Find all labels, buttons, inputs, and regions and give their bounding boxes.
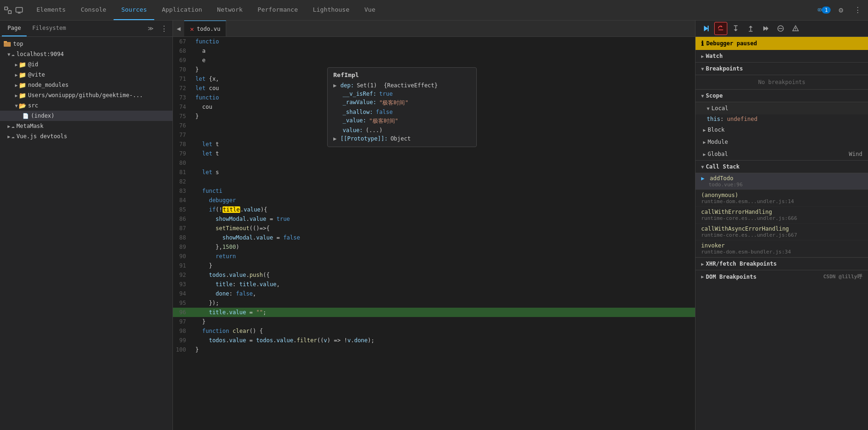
global-scope-header[interactable]: ▶ Global Wind — [696, 148, 868, 160]
local-scope-header[interactable]: ▼ Local — [696, 102, 868, 114]
tree-item-vite[interactable]: ▶ 📁 @vite — [0, 70, 172, 80]
tab-vue[interactable]: Vue — [357, 0, 382, 20]
scope-chevron-icon: ▼ — [701, 93, 704, 99]
more-icon[interactable]: ⋮ — [851, 4, 864, 17]
tree-label-vite: @vite — [28, 71, 45, 78]
dom-section-header[interactable]: ▶ DOM Breakpoints CSDN @lilly呼 — [696, 270, 868, 283]
call-file-anon: runtime-dom.esm...undler.js:14 — [701, 198, 862, 204]
tab-error-icon: ✕ — [190, 25, 194, 33]
top-tabs: Elements Console Sources Application Net… — [29, 0, 383, 20]
tab-application[interactable]: Application — [154, 0, 209, 20]
tooltip-row-dep[interactable]: ▶ dep: Set(1) {ReactiveEffect} — [333, 81, 471, 90]
tree-label-users: Users/woniuppp/github/geektime-... — [28, 92, 143, 99]
tab-console[interactable]: Console — [73, 0, 114, 20]
tooltip-val-isref: true — [379, 91, 393, 97]
callstack-section-header[interactable]: ▼ Call Stack — [696, 161, 868, 173]
tree-label-node-modules: node_modules — [28, 82, 69, 88]
tree-item-node-modules[interactable]: ▶ 📁 node_modules — [0, 80, 172, 90]
step-over-btn[interactable] — [714, 22, 727, 35]
tooltip-key-shallow: _shallow: — [343, 109, 373, 115]
tree-label-metamask: MetaMask — [16, 123, 43, 129]
module-label: Module — [708, 139, 728, 145]
step-out-btn[interactable] — [744, 22, 757, 35]
call-file-invoker: runtime-dom.esm-bundler.js:34 — [701, 249, 862, 255]
deactivate-breakpoints-btn[interactable] — [774, 22, 787, 35]
scope-section-header[interactable]: ▼ Scope — [696, 90, 868, 102]
callstack-item-asyncerror[interactable]: callWithAsyncErrorHandling runtime-core.… — [696, 224, 868, 240]
step-btn[interactable] — [759, 22, 772, 35]
breakpoints-section-header[interactable]: ▼ Breakpoints — [696, 63, 868, 75]
tab-filesystem[interactable]: Filesystem — [27, 21, 72, 36]
call-fn-asyncerror: callWithAsyncErrorHandling — [701, 226, 789, 232]
watch-label: Watch — [706, 53, 723, 59]
inspect-icon[interactable] — [4, 6, 12, 14]
scope-label: Scope — [706, 92, 723, 99]
tooltip-val-proto: Object — [390, 135, 410, 142]
resume-btn[interactable] — [699, 22, 712, 35]
folder-icon: 📁 — [19, 71, 26, 78]
panel-more-btn[interactable]: ≫ — [144, 23, 158, 34]
module-scope-header[interactable]: ▶ Module — [696, 136, 868, 148]
dom-chevron-icon: ▶ — [701, 274, 704, 279]
editor-tab-todo[interactable]: ✕ todo.vu — [184, 21, 226, 36]
svg-rect-0 — [5, 7, 7, 10]
nav-back-btn[interactable]: ◀ — [175, 24, 182, 33]
callstack-item-errorhandling[interactable]: callWithErrorHandling runtime-core.es...… — [696, 207, 868, 224]
tree-item-src[interactable]: ▼ 📂 src — [0, 100, 172, 111]
tooltip-key-dep: dep: — [340, 82, 354, 89]
callstack-item-addtodo[interactable]: ▶ addTodo todo.vue:96 — [696, 173, 868, 190]
local-chevron-icon: ▼ — [707, 106, 710, 111]
tree-item-index[interactable]: 📄 (index) — [0, 111, 172, 121]
device-icon[interactable] — [15, 6, 23, 14]
tree-item-users[interactable]: ▶ 📁 Users/woniuppp/github/geektime-... — [0, 90, 172, 100]
tree-item-id[interactable]: ▶ 📁 @id — [0, 59, 172, 70]
settings-icon[interactable]: ⚙ — [834, 4, 847, 17]
center-panel: ◀ ✕ todo.vu 67 functio 68 a — [173, 21, 695, 430]
callstack-item-anon[interactable]: (anonymous) runtime-dom.esm...undler.js:… — [696, 190, 868, 207]
cloud-icon: ☁ — [11, 123, 14, 129]
scope-key-this: this — [707, 116, 720, 122]
svg-marker-23 — [766, 26, 768, 31]
tooltip-key-proto: [[Prototype]]: — [340, 135, 387, 142]
cloud-icon: ☁ — [11, 133, 14, 140]
panel-options-icon[interactable]: ⋮ — [158, 22, 171, 35]
code-line-68: 68 a — [173, 46, 695, 56]
svg-rect-11 — [4, 41, 7, 42]
tab-performance[interactable]: Performance — [250, 0, 305, 20]
tree-item-vue-devtools[interactable]: ▶ ☁ Vue.js devtools — [0, 131, 172, 141]
expand-chevron-proto[interactable]: ▶ — [333, 135, 337, 142]
paused-text: Debugger paused — [706, 40, 757, 47]
chevron-right-icon: ▶ — [15, 72, 18, 78]
tab-network[interactable]: Network — [209, 0, 250, 20]
tree-item-localhost[interactable]: ▼ ☁ localhost:9094 — [0, 49, 172, 59]
badge: 1 — [822, 7, 831, 14]
global-val: Wind — [849, 151, 862, 157]
watch-section-header[interactable]: ▶ Watch — [696, 50, 868, 63]
chat-icon[interactable]: 1 — [818, 4, 831, 17]
tooltip-row-proto[interactable]: ▶ [[Prototype]]: Object — [333, 134, 471, 143]
block-scope-header[interactable]: ▶ Block — [696, 124, 868, 136]
tab-sources[interactable]: Sources — [114, 0, 154, 20]
tree-item-metamask[interactable]: ▶ ☁ MetaMask — [0, 121, 172, 131]
cloud-icon: ☁ — [11, 51, 14, 57]
expand-chevron-dep[interactable]: ▶ — [333, 82, 337, 89]
pause-on-exception-btn[interactable] — [789, 22, 802, 35]
editor-tabs: ◀ ✕ todo.vu — [173, 21, 695, 37]
callstack-item-invoker[interactable]: invoker runtime-dom.esm-bundler.js:34 — [696, 240, 868, 257]
chevron-right-icon: ▶ — [7, 124, 10, 129]
xhr-section-header[interactable]: ▶ XHR/fetch Breakpoints — [696, 258, 868, 270]
code-area[interactable]: 67 functio 68 a 69 e 70 } — [173, 37, 695, 430]
code-line-92: 92 todos.value.push({ — [173, 270, 695, 280]
main-layout: Page Filesystem ≫ ⋮ top ▼ ☁ localhost:9 — [0, 21, 868, 430]
callstack-label: Call Stack — [706, 163, 739, 170]
current-frame-icon: ▶ — [701, 175, 704, 182]
tab-page[interactable]: Page — [2, 21, 27, 36]
code-line-82: 82 — [173, 177, 695, 186]
tree-item-top[interactable]: top — [0, 39, 172, 49]
watch-chevron-icon: ▶ — [701, 54, 704, 59]
code-line-88: 88 showModal.value = false — [173, 233, 695, 242]
tab-elements[interactable]: Elements — [29, 0, 73, 20]
step-into-btn[interactable] — [729, 22, 742, 35]
tooltip-title: RefImpl — [333, 71, 471, 78]
tab-lighthouse[interactable]: Lighthouse — [305, 0, 357, 20]
